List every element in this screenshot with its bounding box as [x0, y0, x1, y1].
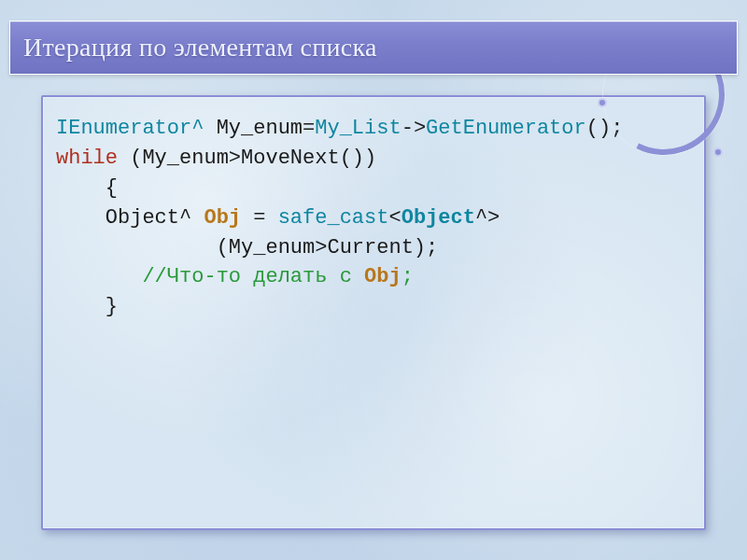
- code-token: safe_cast: [278, 206, 389, 230]
- code-token: My_enum=: [217, 117, 316, 140]
- code-token-obj: Obj: [364, 265, 402, 288]
- code-card: IEnumerator^ My_enum=My_List->GetEnumera…: [41, 95, 706, 530]
- code-token: IEnumerator^: [56, 117, 217, 140]
- code-token: (My_enum>MoveNext()): [118, 147, 376, 170]
- code-token: Object^: [56, 206, 204, 230]
- code-token: }: [56, 295, 118, 318]
- code-token: GetEnumerator: [426, 117, 586, 140]
- code-token: ->: [402, 117, 426, 140]
- decorative-dot: [713, 147, 723, 157]
- code-token: =: [241, 206, 278, 230]
- code-token: //Что-то делать с: [142, 265, 364, 288]
- decorative-dot: [598, 98, 607, 107]
- slide-title-bar: Итерация по элементам списка: [9, 21, 738, 75]
- code-block: IEnumerator^ My_enum=My_List->GetEnumera…: [56, 114, 687, 322]
- code-token: [56, 265, 142, 288]
- code-token-obj: Obj: [204, 206, 241, 230]
- code-token: ^>: [475, 206, 500, 230]
- code-token: Object: [402, 206, 475, 230]
- slide-title: Итерация по элементам списка: [23, 33, 377, 63]
- code-token: <: [388, 206, 401, 230]
- code-token: My_List: [315, 117, 401, 140]
- code-token: {: [56, 176, 118, 200]
- code-token-comment: //Что-то делать с Obj;: [142, 265, 413, 288]
- code-token: (My_enum>Current);: [56, 236, 438, 259]
- code-token: ;: [402, 265, 414, 288]
- code-token-keyword: while: [56, 147, 118, 170]
